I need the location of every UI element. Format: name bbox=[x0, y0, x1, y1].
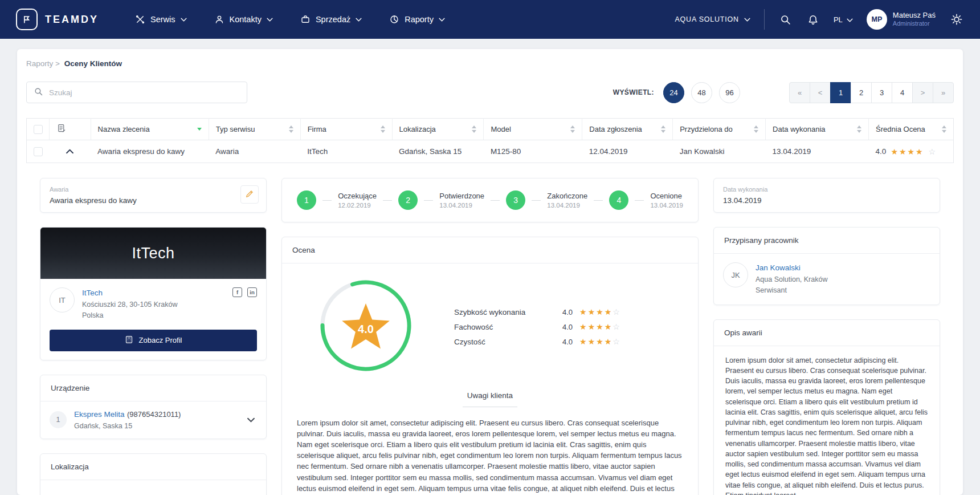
sort-icons[interactable] bbox=[567, 125, 575, 133]
rating-row-speed: Szybkość wykonania 4.0 ★★★★ ☆ bbox=[454, 305, 620, 319]
page-size-24[interactable]: 24 bbox=[663, 82, 684, 103]
user-menu[interactable]: MP Mateusz Paś Administrator bbox=[867, 9, 936, 30]
gear-icon[interactable] bbox=[949, 12, 964, 27]
overall-rating-ring: 4.0 bbox=[318, 278, 413, 375]
pagination-next[interactable]: > bbox=[912, 82, 933, 103]
device-chevron-down-icon[interactable] bbox=[245, 413, 257, 427]
cell-order-name[interactable]: Awaria ekspresu do kawy bbox=[91, 140, 209, 163]
bell-icon[interactable] bbox=[806, 13, 820, 27]
navbar-right: AQUA SOLUTION PL MP Mateusz Paś bbox=[675, 9, 964, 30]
order-detail: Awaria Awaria ekspresu do kawy ItTech bbox=[26, 178, 954, 495]
edit-button[interactable] bbox=[240, 185, 259, 204]
stars-filled-icon: ★★★★ bbox=[579, 307, 612, 317]
rating-breakdown: Szybkość wykonania 4.0 ★★★★ ☆ Fachowość … bbox=[454, 305, 620, 349]
col-header-przydzielona-do[interactable]: Przydzielona do bbox=[673, 119, 766, 140]
search-input[interactable] bbox=[49, 88, 240, 97]
breadcrumb-parent[interactable]: Raporty > bbox=[26, 59, 60, 68]
select-all-checkbox[interactable] bbox=[34, 125, 43, 134]
client-remarks-text: Lorem ipsum dolor sit amet, consectetur … bbox=[297, 417, 683, 495]
page-size-48[interactable]: 48 bbox=[691, 82, 712, 103]
pagination-page-2[interactable]: 2 bbox=[851, 82, 872, 103]
search-icon[interactable] bbox=[778, 13, 793, 27]
employee-avatar: JK bbox=[723, 262, 748, 287]
company-selector[interactable]: AQUA SOLUTION bbox=[675, 15, 750, 23]
pie-chart-icon bbox=[389, 14, 399, 25]
device-location: Gdańsk, Saska 15 bbox=[74, 421, 181, 432]
failure-description-header: Opis awarii bbox=[714, 320, 940, 346]
rating-value: 4.0 bbox=[876, 147, 887, 156]
employee-item: JK Jan Kowalski Aqua Solution, Kraków Se… bbox=[714, 254, 940, 305]
sort-desc-icon[interactable] bbox=[194, 128, 202, 131]
user-avatar: MP bbox=[867, 9, 887, 30]
star-empty-icon: ☆ bbox=[612, 337, 620, 346]
cell-model: M125-80 bbox=[484, 140, 582, 163]
row-checkbox[interactable] bbox=[34, 147, 43, 156]
menu-label: Raporty bbox=[405, 15, 434, 24]
person-icon bbox=[214, 14, 224, 25]
page-size-96[interactable]: 96 bbox=[719, 82, 740, 103]
cell-assigned-to: Jan Kowalski bbox=[673, 140, 766, 163]
cell-company: ItTech bbox=[300, 140, 392, 163]
step-connector bbox=[594, 200, 603, 201]
facebook-icon[interactable]: f bbox=[232, 287, 242, 297]
collapse-row-chevron-up-icon[interactable] bbox=[65, 148, 75, 155]
user-role: Administrator bbox=[893, 20, 936, 28]
linkedin-icon[interactable]: in bbox=[247, 287, 257, 297]
col-header-model[interactable]: Model bbox=[484, 119, 582, 140]
step-connector bbox=[532, 200, 541, 201]
chevron-down-icon bbox=[439, 18, 445, 22]
pagination-page-4[interactable]: 4 bbox=[892, 82, 913, 103]
rating-card: Ocena 4.0 Szy bbox=[281, 237, 699, 495]
divider bbox=[463, 407, 517, 407]
step-3-labels: Zakończone 13.04.2019 bbox=[547, 192, 587, 209]
pagination-page-1[interactable]: 1 bbox=[830, 82, 851, 103]
col-header-nazwa-zlecenia[interactable]: Nazwa zlecenia bbox=[91, 119, 209, 140]
detail-middle-column: 1 Oczekujące 12.02.2019 2 Potwierdzone 1… bbox=[281, 178, 699, 495]
brand[interactable]: TEAMDY bbox=[16, 9, 99, 30]
chevron-down-icon bbox=[267, 18, 273, 22]
menu-item-kontakty[interactable]: Kontakty bbox=[214, 14, 273, 25]
sort-icons[interactable] bbox=[854, 125, 861, 133]
company-card: ItTech IT ItTech Kościuszki 28, 30-105 K… bbox=[40, 227, 267, 360]
pagination-first[interactable]: « bbox=[789, 82, 810, 103]
col-header-data-wykonania[interactable]: Data wykonania bbox=[766, 119, 869, 140]
menu-item-serwis[interactable]: Serwis bbox=[135, 14, 187, 25]
pagination-prev[interactable]: < bbox=[810, 82, 831, 103]
main-menu: Serwis Kontakty Sprzedaż bbox=[135, 14, 445, 25]
orders-table: Nazwa zlecenia Typ serwisu Firma Lokaliz… bbox=[26, 118, 954, 163]
view-profile-label: Zobacz Profil bbox=[139, 336, 182, 344]
location-card-header: Lokalizacja bbox=[40, 454, 266, 480]
pagination-page-3[interactable]: 3 bbox=[871, 82, 892, 103]
pagination-last[interactable]: » bbox=[933, 82, 954, 103]
pencil-icon bbox=[245, 189, 254, 200]
star-empty-icon: ☆ bbox=[612, 307, 620, 317]
company-name-link[interactable]: ItTech bbox=[82, 289, 103, 297]
employee-name-link[interactable]: Jan Kowalski bbox=[756, 263, 801, 272]
menu-item-sprzedaz[interactable]: Sprzedaż bbox=[300, 14, 362, 25]
col-header-firma[interactable]: Firma bbox=[300, 119, 392, 140]
language-selector[interactable]: PL bbox=[834, 15, 853, 24]
employee-card: Przypisany pracownik JK Jan Kowalski Aqu… bbox=[713, 227, 940, 305]
view-profile-button[interactable]: Zobacz Profil bbox=[50, 330, 257, 351]
col-header-lokalizacja[interactable]: Lokalizacja bbox=[392, 119, 484, 140]
sort-icons[interactable] bbox=[658, 125, 665, 133]
sort-icons[interactable] bbox=[468, 125, 476, 133]
sort-icons[interactable] bbox=[285, 125, 293, 133]
brand-name: TEAMDY bbox=[45, 14, 99, 26]
menu-item-raporty[interactable]: Raporty bbox=[389, 14, 445, 25]
col-header-data-zgloszenia[interactable]: Data zgłoszenia bbox=[582, 119, 673, 140]
issue-type-label: Awaria bbox=[50, 186, 257, 193]
issue-card: Awaria Awaria ekspresu do kawy bbox=[40, 178, 267, 213]
table-header-row: Nazwa zlecenia Typ serwisu Firma Lokaliz… bbox=[27, 119, 954, 140]
device-name-link[interactable]: Ekspres Melita bbox=[74, 410, 125, 419]
sort-icons[interactable] bbox=[377, 125, 385, 133]
col-header-srednia-ocena[interactable]: Średnia Ocena bbox=[869, 119, 954, 140]
sort-icons[interactable] bbox=[750, 125, 758, 133]
star-empty-icon: ☆ bbox=[929, 147, 936, 156]
step-4-labels: Ocenione 13.04.2019 bbox=[650, 192, 683, 209]
chevron-down-icon bbox=[744, 15, 750, 23]
sort-icons[interactable] bbox=[938, 125, 946, 133]
col-header-typ-serwisu[interactable]: Typ serwisu bbox=[209, 119, 300, 140]
user-name: Mateusz Paś bbox=[893, 11, 936, 20]
chevron-down-icon bbox=[181, 18, 187, 22]
